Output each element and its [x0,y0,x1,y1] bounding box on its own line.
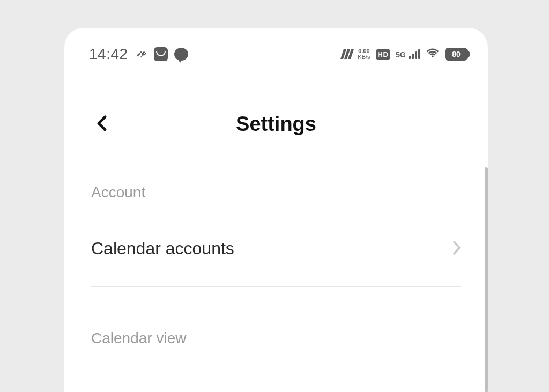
status-bar-left: 14:42 [89,46,188,63]
phone-screen: 14:42 0.00 KB/s HD 5G [64,28,488,392]
chevron-left-icon [97,115,107,132]
back-button[interactable] [91,109,113,139]
wifi-icon [426,48,440,61]
hd-badge: HD [376,49,391,60]
page-title: Settings [89,113,463,136]
status-time: 14:42 [89,46,128,63]
status-bar-right: 0.00 KB/s HD 5G [342,48,468,61]
section-header-account: Account [91,184,461,201]
data-indicator-icon [342,49,352,59]
scrollbar[interactable] [485,167,488,392]
tools-icon [135,48,147,61]
section-divider [91,286,461,287]
section-header-calendar-view: Calendar view [91,330,461,347]
settings-content: Account Calendar accounts Calendar view [64,184,488,347]
chevron-right-icon [452,240,461,257]
row-label: Calendar accounts [91,239,234,258]
pocket-icon [154,47,168,61]
calendar-accounts-row[interactable]: Calendar accounts [91,228,461,286]
cellular-signal: 5G [396,49,420,59]
page-header: Settings [64,64,488,162]
status-bar: 14:42 0.00 KB/s HD 5G [64,28,488,64]
network-speed: 0.00 KB/s [358,48,370,60]
chat-icon [174,48,188,61]
battery-indicator: 80 [445,48,468,61]
